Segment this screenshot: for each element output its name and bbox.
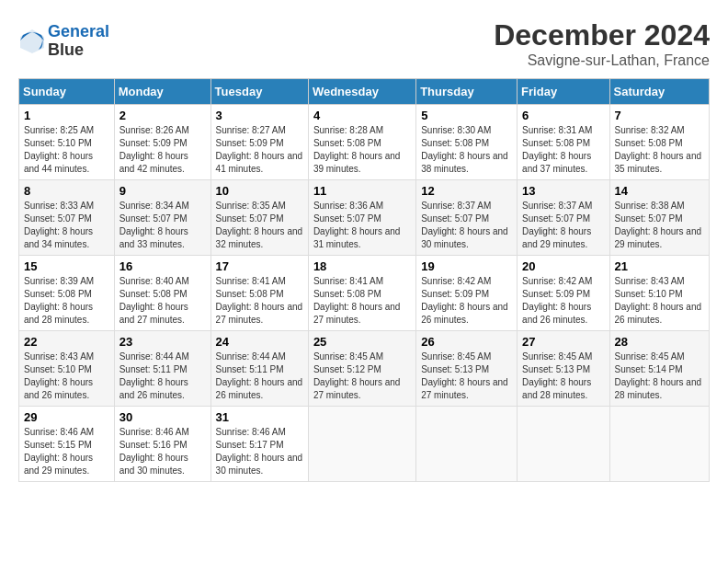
calendar-cell: 7 Sunrise: 8:32 AM Sunset: 5:08 PM Dayli… [609,105,709,180]
day-info: Sunrise: 8:38 AM Sunset: 5:07 PM Dayligh… [615,200,704,251]
day-number: 4 [313,109,411,122]
calendar-cell: 22 Sunrise: 8:43 AM Sunset: 5:10 PM Dayl… [19,331,115,407]
month-title: December 2024 [494,18,710,52]
day-info: Sunrise: 8:26 AM Sunset: 5:09 PM Dayligh… [119,124,206,176]
day-number: 20 [522,259,604,273]
title-block: December 2024 Savigne-sur-Lathan, France [494,18,710,69]
day-info: Sunrise: 8:44 AM Sunset: 5:11 PM Dayligh… [119,350,206,402]
calendar-cell: 21 Sunrise: 8:43 AM Sunset: 5:10 PM Dayl… [609,256,709,331]
calendar-cell: 13 Sunrise: 8:37 AM Sunset: 5:07 PM Dayl… [518,180,609,256]
day-info: Sunrise: 8:32 AM Sunset: 5:08 PM Dayligh… [615,124,704,176]
calendar-cell [518,407,609,482]
day-info: Sunrise: 8:37 AM Sunset: 5:07 PM Dayligh… [522,200,604,251]
day-number: 1 [24,109,109,122]
calendar-cell: 11 Sunrise: 8:36 AM Sunset: 5:07 PM Dayl… [308,180,415,256]
logo-icon [18,28,46,55]
day-info: Sunrise: 8:25 AM Sunset: 5:10 PM Dayligh… [24,124,109,176]
day-number: 7 [615,109,704,122]
day-info: Sunrise: 8:45 AM Sunset: 5:13 PM Dayligh… [522,350,604,402]
calendar-cell: 24 Sunrise: 8:44 AM Sunset: 5:11 PM Dayl… [210,331,308,407]
calendar-week-row: 29 Sunrise: 8:46 AM Sunset: 5:15 PM Dayl… [19,407,710,482]
calendar-header: SundayMondayTuesdayWednesdayThursdayFrid… [19,79,710,105]
day-info: Sunrise: 8:37 AM Sunset: 5:07 PM Dayligh… [421,200,512,251]
day-number: 12 [421,184,512,198]
day-info: Sunrise: 8:45 AM Sunset: 5:14 PM Dayligh… [615,350,704,402]
calendar-cell: 8 Sunrise: 8:33 AM Sunset: 5:07 PM Dayli… [19,180,115,256]
day-number: 19 [421,259,512,273]
logo-line1: General [48,22,109,40]
day-info: Sunrise: 8:35 AM Sunset: 5:07 PM Dayligh… [216,200,303,251]
calendar-cell: 27 Sunrise: 8:45 AM Sunset: 5:13 PM Dayl… [518,331,609,407]
weekday-header: Saturday [609,79,709,105]
day-info: Sunrise: 8:46 AM Sunset: 5:17 PM Dayligh… [216,426,303,477]
weekday-header: Tuesday [210,79,308,105]
day-info: Sunrise: 8:46 AM Sunset: 5:16 PM Dayligh… [119,426,206,477]
day-number: 24 [216,335,303,349]
calendar-week-row: 8 Sunrise: 8:33 AM Sunset: 5:07 PM Dayli… [19,180,710,256]
calendar-cell: 2 Sunrise: 8:26 AM Sunset: 5:09 PM Dayli… [114,105,210,180]
day-info: Sunrise: 8:45 AM Sunset: 5:12 PM Dayligh… [313,350,411,402]
weekday-header: Wednesday [308,79,415,105]
calendar-cell: 23 Sunrise: 8:44 AM Sunset: 5:11 PM Dayl… [114,331,210,407]
calendar-week-row: 22 Sunrise: 8:43 AM Sunset: 5:10 PM Dayl… [19,331,710,407]
day-number: 6 [522,109,604,122]
day-info: Sunrise: 8:42 AM Sunset: 5:09 PM Dayligh… [421,275,512,327]
calendar-cell: 3 Sunrise: 8:27 AM Sunset: 5:09 PM Dayli… [210,105,308,180]
day-info: Sunrise: 8:31 AM Sunset: 5:08 PM Dayligh… [522,124,604,176]
calendar-cell: 14 Sunrise: 8:38 AM Sunset: 5:07 PM Dayl… [609,180,709,256]
day-number: 22 [24,335,109,349]
calendar-cell: 16 Sunrise: 8:40 AM Sunset: 5:08 PM Dayl… [114,256,210,331]
day-number: 9 [119,184,206,198]
day-info: Sunrise: 8:43 AM Sunset: 5:10 PM Dayligh… [615,275,704,327]
weekday-header: Thursday [416,79,518,105]
day-number: 16 [119,259,206,273]
day-info: Sunrise: 8:41 AM Sunset: 5:08 PM Dayligh… [313,275,411,327]
calendar-cell: 5 Sunrise: 8:30 AM Sunset: 5:08 PM Dayli… [416,105,518,180]
calendar-cell: 1 Sunrise: 8:25 AM Sunset: 5:10 PM Dayli… [19,105,115,180]
day-info: Sunrise: 8:46 AM Sunset: 5:15 PM Dayligh… [24,426,109,477]
day-number: 18 [313,259,411,273]
calendar-cell: 6 Sunrise: 8:31 AM Sunset: 5:08 PM Dayli… [518,105,609,180]
day-number: 25 [313,335,411,349]
calendar-cell [308,407,415,482]
day-info: Sunrise: 8:41 AM Sunset: 5:08 PM Dayligh… [216,275,303,327]
weekday-header: Sunday [19,79,115,105]
calendar-cell: 9 Sunrise: 8:34 AM Sunset: 5:07 PM Dayli… [114,180,210,256]
calendar-cell: 25 Sunrise: 8:45 AM Sunset: 5:12 PM Dayl… [308,331,415,407]
day-info: Sunrise: 8:43 AM Sunset: 5:10 PM Dayligh… [24,350,109,402]
calendar-cell: 19 Sunrise: 8:42 AM Sunset: 5:09 PM Dayl… [416,256,518,331]
calendar-cell [416,407,518,482]
day-number: 14 [615,184,704,198]
calendar-cell [609,407,709,482]
calendar-cell: 26 Sunrise: 8:45 AM Sunset: 5:13 PM Dayl… [416,331,518,407]
day-number: 10 [216,184,303,198]
day-number: 28 [615,335,704,349]
calendar-cell: 29 Sunrise: 8:46 AM Sunset: 5:15 PM Dayl… [19,407,115,482]
day-info: Sunrise: 8:44 AM Sunset: 5:11 PM Dayligh… [216,350,303,402]
calendar-cell: 31 Sunrise: 8:46 AM Sunset: 5:17 PM Dayl… [210,407,308,482]
day-number: 5 [421,109,512,122]
day-number: 31 [216,410,303,424]
day-info: Sunrise: 8:39 AM Sunset: 5:08 PM Dayligh… [24,275,109,327]
day-info: Sunrise: 8:34 AM Sunset: 5:07 PM Dayligh… [119,200,206,251]
weekday-header: Monday [114,79,210,105]
logo-line2: Blue [48,41,109,60]
day-number: 11 [313,184,411,198]
day-info: Sunrise: 8:28 AM Sunset: 5:08 PM Dayligh… [313,124,411,176]
page-header: General Blue December 2024 Savigne-sur-L… [18,18,710,69]
day-number: 26 [421,335,512,349]
svg-marker-0 [20,29,44,53]
calendar-cell: 4 Sunrise: 8:28 AM Sunset: 5:08 PM Dayli… [308,105,415,180]
day-number: 15 [24,259,109,273]
calendar-cell: 20 Sunrise: 8:42 AM Sunset: 5:09 PM Dayl… [518,256,609,331]
calendar-week-row: 1 Sunrise: 8:25 AM Sunset: 5:10 PM Dayli… [19,105,710,180]
weekday-header: Friday [518,79,609,105]
day-info: Sunrise: 8:33 AM Sunset: 5:07 PM Dayligh… [24,200,109,251]
calendar-cell: 12 Sunrise: 8:37 AM Sunset: 5:07 PM Dayl… [416,180,518,256]
calendar-cell: 17 Sunrise: 8:41 AM Sunset: 5:08 PM Dayl… [210,256,308,331]
day-number: 30 [119,410,206,424]
day-info: Sunrise: 8:36 AM Sunset: 5:07 PM Dayligh… [313,200,411,251]
location-subtitle: Savigne-sur-Lathan, France [494,52,710,69]
day-number: 17 [216,259,303,273]
calendar-cell: 15 Sunrise: 8:39 AM Sunset: 5:08 PM Dayl… [19,256,115,331]
